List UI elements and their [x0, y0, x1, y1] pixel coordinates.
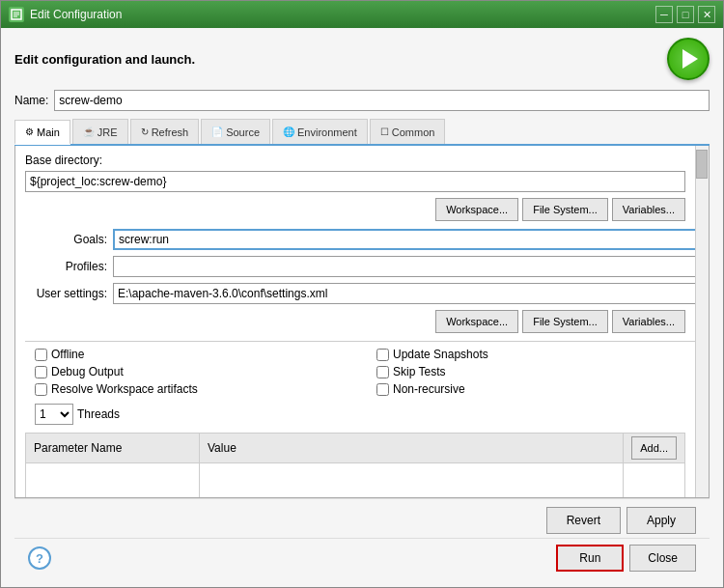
title-bar: Edit Configuration ─ □ ✕ — [1, 1, 723, 28]
offline-checkbox-item: Offline — [35, 348, 357, 361]
source-tab-icon: 📄 — [211, 126, 223, 137]
workspace-button-1[interactable]: Workspace... — [435, 198, 518, 221]
params-add-col: Add... — [624, 434, 685, 463]
user-settings-label: User settings: — [25, 287, 107, 300]
apply-button[interactable]: Apply — [627, 507, 696, 534]
tab-main[interactable]: ⚙ Main — [14, 120, 70, 145]
header-section: Edit configuration and launch. — [14, 38, 710, 80]
main-tab-icon: ⚙ — [25, 126, 34, 137]
footer-row: ? Run Close — [14, 538, 710, 577]
workspace-button-2[interactable]: Workspace... — [435, 310, 518, 333]
debug-output-checkbox-item: Debug Output — [35, 365, 357, 378]
refresh-tab-label: Refresh — [152, 126, 189, 138]
goals-row: Goals: — [25, 229, 699, 250]
jre-tab-icon: ☕ — [83, 126, 95, 137]
skip-tests-label: Skip Tests — [393, 365, 445, 378]
user-settings-input[interactable] — [113, 283, 699, 304]
update-snapshots-checkbox-item: Update Snapshots — [376, 348, 699, 361]
resolve-workspace-label: Resolve Workspace artifacts — [51, 382, 198, 396]
edit-configuration-window: Edit Configuration ─ □ ✕ Edit configurat… — [0, 0, 724, 588]
threads-label: Threads — [77, 407, 120, 421]
window-controls: ─ □ ✕ — [655, 6, 715, 23]
close-window-button[interactable]: ✕ — [698, 6, 715, 23]
minimize-button[interactable]: ─ — [655, 6, 673, 23]
resolve-workspace-checkbox-item: Resolve Workspace artifacts — [35, 382, 357, 396]
profiles-input[interactable] — [113, 256, 699, 277]
filesystem-button-1[interactable]: File System... — [522, 198, 608, 221]
settings-buttons-row: Workspace... File System... Variables... — [25, 310, 699, 333]
non-recursive-checkbox-item: Non-recursive — [376, 382, 699, 396]
common-tab-label: Common — [392, 126, 435, 138]
main-tab-label: Main — [37, 126, 60, 138]
tab-refresh[interactable]: ↻ Refresh — [130, 119, 200, 144]
checkbox-grid: Offline Update Snapshots Debug Output — [35, 348, 699, 396]
window-title: Edit Configuration — [30, 8, 122, 21]
footer-action-buttons: Run Close — [556, 545, 696, 572]
variables-button-2[interactable]: Variables... — [612, 310, 685, 333]
help-button[interactable]: ? — [28, 546, 51, 570]
run-button[interactable]: Run — [556, 545, 624, 572]
tab-common[interactable]: ☐ Common — [370, 119, 446, 144]
skip-tests-checkbox[interactable] — [376, 366, 389, 378]
dir-buttons-row: Workspace... File System... Variables... — [25, 198, 699, 221]
table-row-empty — [26, 463, 685, 498]
profiles-label: Profiles: — [25, 260, 107, 273]
revert-button[interactable]: Revert — [546, 507, 621, 534]
threads-select[interactable]: 1 2 4 8 — [35, 404, 73, 425]
close-dialog-button[interactable]: Close — [629, 545, 696, 572]
debug-output-label: Debug Output — [51, 365, 124, 378]
tab-jre[interactable]: ☕ JRE — [72, 119, 128, 144]
tab-environment[interactable]: 🌐 Environment — [272, 119, 368, 144]
separator-1 — [25, 341, 699, 342]
main-panel: Base directory: Workspace... File System… — [14, 146, 710, 498]
variables-button-1[interactable]: Variables... — [612, 198, 685, 221]
content-area: Edit configuration and launch. Name: ⚙ M… — [1, 28, 723, 587]
maximize-button[interactable]: □ — [677, 6, 694, 23]
base-directory-label: Base directory: — [25, 154, 102, 167]
panel-inner: Base directory: Workspace... File System… — [15, 146, 709, 497]
refresh-tab-icon: ↻ — [141, 126, 149, 137]
goals-input[interactable] — [113, 229, 699, 250]
offline-checkbox[interactable] — [35, 349, 47, 361]
jre-tab-label: JRE — [97, 126, 118, 138]
name-row: Name: — [14, 90, 710, 111]
params-col1: Parameter Name — [26, 434, 200, 463]
non-recursive-checkbox[interactable] — [376, 383, 389, 396]
goals-label: Goals: — [25, 233, 107, 246]
profiles-row: Profiles: — [25, 256, 699, 277]
resolve-workspace-checkbox[interactable] — [35, 383, 47, 396]
update-snapshots-label: Update Snapshots — [393, 348, 488, 361]
play-button[interactable] — [667, 38, 710, 80]
name-label: Name: — [14, 94, 48, 107]
header-title: Edit configuration and launch. — [14, 52, 195, 67]
tabs-row: ⚙ Main ☕ JRE ↻ Refresh 📄 Source 🌐 Enviro… — [14, 119, 710, 146]
checkbox-section: Offline Update Snapshots Debug Output — [25, 348, 699, 396]
play-icon — [682, 49, 698, 69]
non-recursive-label: Non-recursive — [393, 382, 465, 396]
params-col2: Value — [200, 434, 624, 463]
param-action-cell — [624, 463, 685, 498]
params-table: Parameter Name Value Add... — [25, 433, 685, 497]
skip-tests-checkbox-item: Skip Tests — [376, 365, 699, 378]
tab-source[interactable]: 📄 Source — [201, 119, 270, 144]
name-input[interactable] — [54, 90, 710, 111]
threads-row: 1 2 4 8 Threads — [35, 404, 699, 425]
environment-tab-label: Environment — [297, 126, 357, 138]
environment-tab-icon: 🌐 — [283, 126, 294, 137]
add-parameter-button[interactable]: Add... — [631, 436, 677, 460]
update-snapshots-checkbox[interactable] — [376, 349, 389, 361]
window-icon — [9, 7, 24, 22]
param-value-cell — [200, 463, 624, 498]
filesystem-button-2[interactable]: File System... — [522, 310, 608, 333]
offline-label: Offline — [51, 348, 84, 361]
bottom-buttons: Revert Apply — [14, 498, 710, 538]
base-directory-input[interactable] — [25, 171, 685, 192]
scrollbar-track[interactable] — [695, 146, 709, 497]
source-tab-label: Source — [226, 126, 260, 138]
user-settings-row: User settings: — [25, 283, 699, 304]
common-tab-icon: ☐ — [380, 126, 389, 137]
scrollbar-thumb[interactable] — [696, 150, 708, 179]
params-section: Parameter Name Value Add... — [25, 433, 699, 497]
debug-output-checkbox[interactable] — [35, 366, 47, 378]
title-bar-left: Edit Configuration — [9, 7, 122, 22]
